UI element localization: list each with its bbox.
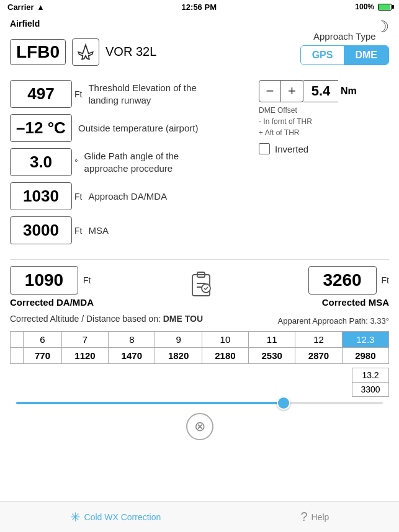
distance-table: 6 7 8 9 10 11 12 12.3 770 1120 1470 1820… [10, 331, 389, 364]
corrected-da-value: 1090 [10, 266, 78, 295]
inverted-checkbox[interactable] [259, 143, 270, 154]
slider-fill [16, 402, 284, 404]
corrected-da-unit: Ft [83, 275, 91, 285]
airfield-code-input[interactable]: LFB0 [10, 39, 66, 65]
glide-desc: Glide Path angle of the approache proced… [84, 150, 221, 174]
da-input[interactable]: 1030 [10, 182, 72, 210]
corrected-da-label: Corrected DA/MDA [10, 297, 94, 308]
threshold-desc: Threshold Elevation of the landing runwa… [88, 82, 225, 106]
plane-icon [72, 38, 99, 66]
threshold-input[interactable]: 497 [10, 80, 72, 108]
sub-table: 13.2 3300 [10, 368, 389, 397]
da-unit: Ft [74, 192, 82, 202]
table-cell: 8 [109, 332, 155, 348]
table-value-row: 770 1120 1470 1820 2180 2530 2870 2980 [11, 348, 389, 364]
time-label: 12:56 PM [182, 2, 217, 12]
corrected-msa-section: 3260 Ft Corrected MSA [308, 266, 389, 308]
help-icon: ? [300, 510, 307, 524]
table-cell: 10 [202, 332, 248, 348]
gps-button[interactable]: GPS [301, 46, 344, 64]
status-right: 100% [355, 2, 392, 11]
result-row: 1090 Ft Corrected DA/MDA 3260 Ft Correct… [10, 266, 389, 308]
corrected-msa-value: 3260 [308, 266, 377, 295]
airfield-row: LFB0 VOR 32L Approach Type GPS DME [10, 31, 389, 73]
dme-minus-button[interactable]: − [259, 80, 281, 102]
sub-distance: 13.2 [352, 368, 388, 382]
approach-type-section: Approach Type GPS DME [300, 31, 389, 73]
sub-altitude: 3300 [352, 382, 388, 396]
tab-bar: ✳ Cold WX Correction ? Help [0, 501, 399, 532]
moon-icon[interactable]: ☽ [375, 17, 389, 37]
table-cell: 770 [24, 348, 62, 364]
slider-thumb[interactable] [277, 396, 290, 410]
based-on-row: Corrected Altitude / Distance based on: … [10, 314, 203, 324]
table-header-row: 6 7 8 9 10 11 12 12.3 [11, 332, 389, 348]
table-cell [11, 348, 24, 364]
dme-plus-button[interactable]: + [281, 80, 303, 102]
temp-row: –12 °C Outside temperature (airport) [10, 114, 253, 142]
msa-row: 3000 Ft MSA [10, 216, 253, 244]
table-cell: 2980 [342, 348, 388, 364]
vor-label: VOR 32L [105, 45, 156, 59]
clipboard-section[interactable] [189, 270, 213, 297]
slider-track[interactable] [16, 402, 383, 404]
table-cell: 1120 [61, 348, 108, 364]
table-cell-highlighted: 12.3 [342, 332, 388, 348]
close-button-row: ⊗ [10, 413, 389, 440]
corrected-da-section: 1090 Ft Corrected DA/MDA [10, 266, 94, 308]
corrected-msa-label: Corrected MSA [322, 297, 389, 308]
battery-percent: 100% [355, 2, 374, 11]
table-cell: 9 [155, 332, 202, 348]
threshold-unit: Ft [74, 89, 82, 99]
close-button[interactable]: ⊗ [186, 413, 213, 440]
cold-wx-tab[interactable]: ✳ Cold WX Correction [70, 510, 161, 525]
glide-unit: ° [74, 157, 78, 167]
right-column: − + 5.4 Nm DME Offset - In fornt of THR … [253, 80, 389, 250]
divider [10, 259, 389, 260]
cold-wx-label: Cold WX Correction [84, 512, 161, 522]
table-cell: 2870 [295, 348, 342, 364]
table-cell: 11 [249, 332, 295, 348]
corrected-msa-unit: Ft [382, 275, 389, 285]
snowflake-icon: ✳ [70, 510, 81, 525]
apparent-path: Apparent Approach Path: 3.33° [278, 316, 389, 326]
da-row: 1030 Ft Approach DA/MDA [10, 182, 253, 210]
inverted-row[interactable]: Inverted [259, 143, 389, 154]
approach-type-buttons[interactable]: GPS DME [300, 45, 389, 65]
glide-input[interactable]: 3.0 [10, 148, 72, 176]
table-cell: 2530 [249, 348, 295, 364]
da-desc: Approach DA/MDA [88, 190, 167, 203]
dme-button[interactable]: DME [344, 46, 388, 64]
table-cell: 12 [295, 332, 342, 348]
table-cell [11, 332, 24, 348]
table-cell: 2180 [202, 348, 248, 364]
dme-value-display: 5.4 [303, 80, 338, 102]
inverted-label: Inverted [275, 144, 308, 154]
carrier-label: Carrier ▴ [7, 2, 43, 12]
help-tab[interactable]: ? Help [300, 510, 329, 524]
table-cell: 1820 [155, 348, 202, 364]
msa-unit: Ft [74, 226, 82, 236]
dme-controls: − + 5.4 Nm [259, 80, 389, 102]
slider-section[interactable] [10, 402, 389, 404]
msa-desc: MSA [88, 224, 109, 237]
dme-unit: Nm [341, 86, 357, 97]
temp-input[interactable]: –12 °C [10, 114, 72, 142]
threshold-row: 497 Ft Threshold Elevation of the landin… [10, 80, 253, 108]
help-label: Help [312, 512, 330, 522]
table-cell: 7 [61, 332, 108, 348]
airfield-label: Airfield [10, 19, 389, 29]
glide-row: 3.0 ° Glide Path angle of the approache … [10, 148, 253, 176]
msa-input[interactable]: 3000 [10, 216, 72, 244]
temp-desc: Outside temperature (airport) [78, 122, 198, 135]
status-bar: Carrier ▴ 12:56 PM 100% [0, 0, 399, 14]
sub-box: 13.2 3300 [352, 368, 389, 397]
table-cell: 1470 [109, 348, 155, 364]
dme-notes: DME Offset - In fornt of THR + Aft of TH… [259, 105, 389, 138]
battery-icon [378, 4, 392, 11]
table-cell: 6 [24, 332, 62, 348]
